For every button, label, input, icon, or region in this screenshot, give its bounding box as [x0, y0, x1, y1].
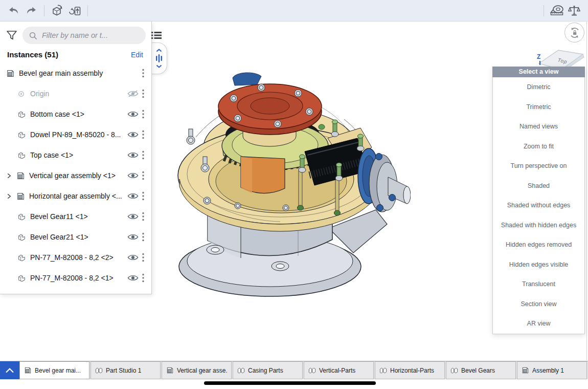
instance-row[interactable]: PN-77_M-82008 - 8,2 <1> — [0, 268, 151, 288]
chevron-down-icon — [156, 64, 162, 68]
instance-row[interactable]: Origin — [0, 83, 151, 104]
view-menu-item[interactable]: Trimetric — [493, 97, 584, 117]
instance-row[interactable]: Bevel Gear21 <1> — [0, 227, 151, 247]
visibility-toggle[interactable] — [126, 274, 140, 282]
red-flange-cap-part[interactable] — [218, 84, 325, 135]
item-type-icon — [17, 110, 28, 119]
filter-search-box[interactable] — [22, 27, 146, 44]
context-menu-button[interactable] — [140, 253, 146, 262]
view-menu-item[interactable]: Shaded — [493, 176, 584, 196]
context-menu-button[interactable] — [140, 273, 146, 283]
tab-label: Casing Parts — [248, 367, 283, 374]
instance-row[interactable]: Vertical gear assembly <1> — [0, 165, 151, 186]
instance-row[interactable]: Horizontal gear assembly <... — [0, 186, 151, 206]
instance-row[interactable]: Bevel Gear11 <1> — [0, 206, 151, 227]
document-tab[interactable]: Horizontal-Parts — [375, 361, 445, 379]
visibility-toggle[interactable] — [126, 172, 140, 179]
home-indicator — [204, 381, 376, 385]
item-type-icon — [17, 212, 28, 221]
edit-link[interactable]: Edit — [131, 51, 143, 59]
measure-button[interactable] — [548, 3, 566, 19]
context-menu-button[interactable] — [140, 232, 146, 242]
context-menu-button[interactable] — [140, 150, 146, 160]
context-menu-button[interactable] — [140, 191, 146, 201]
view-menu-item[interactable]: Named views — [493, 117, 584, 137]
list-icon — [151, 31, 162, 40]
context-menu-button[interactable] — [140, 212, 146, 221]
onshape-app: Instances (51) Edit Bevel gear main asse… — [0, 0, 588, 389]
orange-hub-part[interactable] — [241, 157, 285, 193]
lock-rotation-icon — [569, 27, 581, 39]
document-tab[interactable]: Bevel gear mai... — [19, 361, 89, 379]
chevron-up-icon — [5, 368, 14, 373]
blue-cap-part[interactable] — [233, 73, 261, 85]
tab-type-icon — [95, 366, 103, 374]
view-menu-item[interactable]: Shaded with hidden edges — [493, 215, 584, 235]
view-menu-item[interactable]: AR view — [493, 314, 584, 334]
visibility-toggle[interactable] — [126, 192, 140, 200]
undo-button[interactable] — [5, 3, 22, 19]
context-menu-button[interactable] — [140, 130, 146, 139]
context-menu-button[interactable] — [140, 171, 146, 180]
instance-row[interactable]: Dowel PN-89_M-85020 - 8... — [0, 124, 151, 145]
document-tab[interactable]: Vertical gear asse... — [162, 361, 232, 379]
context-menu-button[interactable] — [140, 69, 146, 78]
instances-list: Bevel gear main assembly — [0, 63, 151, 288]
bevel-gear-model-canvas[interactable] — [175, 71, 411, 298]
flange-coupling-part[interactable] — [358, 148, 411, 212]
expand-chevron-icon[interactable] — [6, 193, 16, 200]
lock-rotation-button[interactable] — [564, 23, 584, 42]
panel-resize-handle[interactable] — [151, 42, 167, 74]
document-tab[interactable]: Assembly 1 — [517, 361, 587, 379]
instance-label: Top case <1> — [30, 151, 126, 159]
canvas-right-edge — [586, 21, 587, 360]
redo-button[interactable] — [22, 3, 40, 19]
mass-properties-button[interactable] — [566, 3, 583, 19]
instance-row[interactable]: Bevel gear main assembly — [0, 63, 151, 83]
filter-input[interactable] — [41, 31, 140, 40]
document-tab[interactable]: Vertical-Parts — [304, 361, 374, 379]
visibility-toggle[interactable] — [126, 131, 140, 138]
instance-label: Bevel Gear11 <1> — [30, 212, 126, 221]
tab-label: Bevel Gears — [461, 367, 495, 374]
document-tab[interactable]: Part Studio 1 — [91, 361, 161, 379]
instance-row[interactable]: Top case <1> — [0, 145, 151, 165]
visibility-toggle[interactable] — [126, 254, 140, 261]
context-menu-button[interactable] — [140, 110, 146, 119]
item-type-icon — [17, 131, 28, 139]
context-menu-button[interactable] — [140, 89, 146, 98]
document-tab-bar: Bevel gear mai... Part Studio 1 Ve — [0, 361, 588, 379]
expand-chevron-icon[interactable] — [6, 172, 16, 179]
filter-funnel-icon — [6, 30, 17, 40]
insert-button[interactable] — [49, 3, 66, 19]
view-menu-item[interactable]: Zoom to fit — [493, 137, 584, 157]
tab-type-icon — [522, 366, 529, 374]
document-tab[interactable]: Bevel Gears — [446, 361, 516, 379]
collapse-tabs-button[interactable] — [0, 361, 19, 379]
visibility-toggle[interactable] — [126, 111, 140, 118]
instance-label: PN-77_M-82008 - 8,2 <2> — [30, 253, 126, 262]
document-tab[interactable]: Casing Parts — [233, 361, 303, 379]
instance-row[interactable]: Bottom case <1> — [0, 104, 151, 124]
view-menu-item[interactable]: Hidden edges removed — [493, 235, 584, 255]
transform-button[interactable] — [66, 3, 83, 19]
visibility-toggle[interactable] — [126, 152, 140, 159]
tab-type-icon — [237, 366, 245, 374]
view-menu-item[interactable]: Turn perspective on — [493, 156, 584, 176]
filter-button[interactable] — [6, 28, 17, 42]
view-menu-item[interactable]: Shaded without edges — [493, 196, 584, 215]
list-options-button[interactable] — [151, 28, 162, 42]
instance-label: Dowel PN-89_M-85020 - 8... — [30, 131, 126, 139]
view-menu-item[interactable]: Dimetric — [493, 77, 584, 97]
view-menu-item[interactable]: Translucent — [493, 274, 584, 294]
visibility-toggle[interactable] — [126, 213, 140, 220]
instance-label: Horizontal gear assembly <... — [29, 192, 126, 200]
view-menu-item[interactable]: Section view — [493, 294, 584, 314]
instance-row[interactable]: PN-77_M-82008 - 8,2 <2> — [0, 247, 151, 268]
visibility-toggle[interactable] — [126, 90, 140, 97]
measure-icon — [550, 5, 564, 16]
toolbar-separator — [544, 5, 544, 16]
view-menu-item[interactable]: Hidden edges visible — [493, 255, 584, 275]
visibility-toggle[interactable] — [126, 233, 140, 241]
transform-icon — [68, 5, 81, 16]
